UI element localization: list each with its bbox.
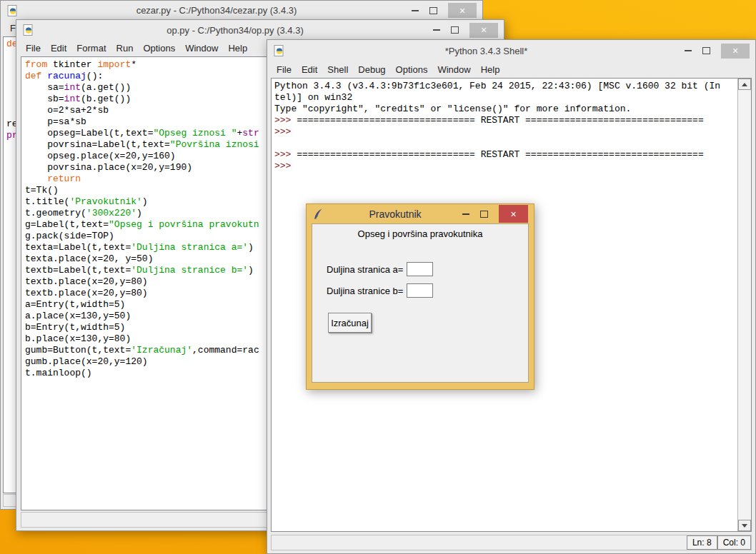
maximize-icon[interactable] <box>429 7 437 14</box>
idle-file-icon <box>23 24 34 36</box>
code-line <box>274 138 737 149</box>
code-line: Python 3.4.3 (v3.4.3:9b73f1c3e601, Feb 2… <box>274 81 737 92</box>
code-token: 'Duljina stranica a=' <box>131 242 248 253</box>
code-token: gumb.place(x=20,y=120) <box>25 356 148 367</box>
maximize-icon[interactable] <box>702 47 710 54</box>
code-token: textb=Label(t,text= <box>25 265 131 276</box>
entry-side-a[interactable] <box>407 262 433 276</box>
code-token: ================================ RESTART… <box>297 149 704 160</box>
code-token: str <box>242 128 259 138</box>
code-token: >>> <box>274 126 297 137</box>
code-token: 'Duljina stranice b=' <box>131 265 248 276</box>
menu-item-format[interactable]: Format <box>71 43 111 54</box>
calculate-button[interactable]: Izračunaj <box>328 313 372 333</box>
code-token: "Površina iznosi <box>170 139 259 150</box>
column-indicator: Col: 0 <box>717 535 751 550</box>
close-icon[interactable]: × <box>721 44 750 59</box>
code-line: >>> ================================ RES… <box>274 149 737 161</box>
code-token: ================================ RESTART… <box>297 115 704 126</box>
code-token: t=Tk() <box>25 185 59 196</box>
scroll-up-icon[interactable] <box>738 79 751 90</box>
code-token: Python 3.4.3 (v3.4.3:9b73f1c3e601, Feb 2… <box>274 81 720 91</box>
menu-item-window[interactable]: Window <box>432 64 475 75</box>
code-token: a=Entry(t,width=5) <box>25 299 125 310</box>
code-token: >>> <box>274 115 297 126</box>
shell-statusbar: Ln: 8 Col: 0 <box>271 535 752 550</box>
code-token: ) <box>142 196 148 207</box>
code-token: >>> <box>274 149 297 160</box>
cezar-window-title: cezar.py - C:/Python34/cezar.py (3.4.3) <box>29 5 404 16</box>
shell-window-title: *Python 3.4.3 Shell* <box>296 46 677 56</box>
code-line: Type "copyright", "credits" or "license(… <box>274 104 737 115</box>
code-token <box>25 173 47 184</box>
scroll-down-icon[interactable] <box>738 520 751 531</box>
menu-item-run[interactable]: Run <box>111 43 139 54</box>
menu-item-options[interactable]: Options <box>138 43 180 54</box>
code-token: a.place(x=130,y=50) <box>25 311 131 321</box>
menu-item-file[interactable]: File <box>21 43 46 54</box>
maximize-icon[interactable] <box>480 211 488 218</box>
code-token: ) <box>136 208 142 218</box>
label-side-b: Duljina stranice b= <box>327 286 403 296</box>
code-token: def <box>25 71 41 81</box>
menu-item-window[interactable]: Window <box>180 43 223 54</box>
close-icon[interactable]: × <box>469 23 498 38</box>
idle-file-icon <box>274 45 285 56</box>
menu-item-edit[interactable]: Edit <box>46 43 71 54</box>
close-icon[interactable]: × <box>448 3 477 18</box>
minimize-icon[interactable] <box>462 213 469 215</box>
idle-file-icon <box>7 5 19 16</box>
desktop: cezar.py - C:/Python34/cezar.py (3.4.3) … <box>0 0 756 554</box>
cezar-titlebar[interactable]: cezar.py - C:/Python34/cezar.py (3.4.3) … <box>1 1 482 20</box>
code-token: "Opseg i površina pravokutn <box>109 219 259 230</box>
minimize-icon[interactable] <box>685 50 692 51</box>
app-titlebar[interactable]: Pravokutnik × <box>307 204 534 223</box>
line-indicator: Ln: 8 <box>687 535 717 550</box>
entry-side-b[interactable] <box>407 283 433 298</box>
code-token: int <box>64 94 81 104</box>
menu-item-help[interactable]: Help <box>476 64 505 75</box>
code-token: * <box>131 59 136 70</box>
code-token: tkinter <box>47 59 97 70</box>
code-token: t.geometry( <box>25 208 86 218</box>
code-line: tel)] on win32 <box>274 92 737 104</box>
code-token: ,command=rac <box>192 345 259 356</box>
code-token: textb.place(x=20,y=80) <box>25 276 148 287</box>
maximize-icon[interactable] <box>451 26 459 34</box>
shell-menubar: FileEditShellDebugOptionsWindowHelp <box>267 61 755 77</box>
code-token: opseg=Label(t,text= <box>25 128 153 138</box>
minimize-icon[interactable] <box>433 29 440 31</box>
pravokutnik-window: Pravokutnik × Opseg i površina pravokutn… <box>306 203 534 390</box>
menu-item-help[interactable]: Help <box>223 43 252 54</box>
menu-item-shell[interactable]: Shell <box>322 64 353 75</box>
menu-item-file[interactable]: File <box>272 64 297 75</box>
code-token: 'Izračunaj' <box>131 345 192 356</box>
menu-item-edit[interactable]: Edit <box>297 64 322 75</box>
op-window-title: op.py - C:/Python34/op.py (3.4.3) <box>45 25 425 36</box>
shell-titlebar[interactable]: *Python 3.4.3 Shell* × <box>267 40 755 61</box>
code-token: textb.place(x=20,y=80) <box>25 288 148 298</box>
code-token: g.pack(side=TOP) <box>25 231 114 241</box>
code-token: o=2*sa+2*sb <box>25 105 109 116</box>
code-token: povrsina=Label(t,text= <box>25 139 170 150</box>
code-token: racunaj <box>47 71 86 81</box>
app-heading: Opseg i površina pravokutnika <box>312 228 528 239</box>
code-token: b.place(x=130,y=80) <box>25 333 131 344</box>
menu-item-debug[interactable]: Debug <box>353 64 390 75</box>
code-token: Type "copyright", "credits" or "license(… <box>274 104 631 114</box>
code-token: b=Entry(t,width=5) <box>25 322 125 333</box>
code-token: gumb=Button(t,text= <box>25 345 131 356</box>
code-token: "Opseg iznosi " <box>153 128 237 138</box>
app-client-area: Opseg i površina pravokutnika Duljina st… <box>312 223 529 383</box>
code-token: (): <box>86 71 103 81</box>
code-token: t.mainloop() <box>25 368 92 378</box>
shell-scrollbar[interactable] <box>737 79 751 531</box>
code-token: povrsina.place(x=20,y=190) <box>25 162 192 173</box>
code-token: 'Pravokutnik' <box>69 196 141 207</box>
close-icon[interactable]: × <box>499 205 528 223</box>
op-titlebar[interactable]: op.py - C:/Python34/op.py (3.4.3) × <box>16 20 504 40</box>
menu-item-options[interactable]: Options <box>391 64 433 75</box>
code-token: sa= <box>25 82 64 93</box>
code-line: >>> ================================ RES… <box>274 115 737 126</box>
minimize-icon[interactable] <box>412 10 419 11</box>
